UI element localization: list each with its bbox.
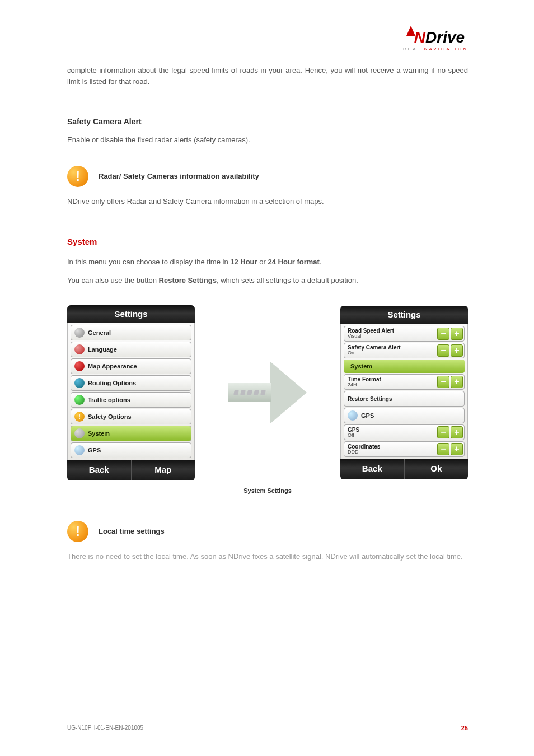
setting-label: GPS (348, 427, 437, 433)
setting-road-speed[interactable]: Road Speed AlertVisual −+ (344, 326, 465, 342)
menu-traffic[interactable]: Traffic options (71, 392, 191, 408)
map-button[interactable]: Map (132, 460, 195, 480)
traffic-icon (74, 395, 85, 405)
logo-text: NDrive (403, 26, 468, 46)
logo-n: N (414, 29, 425, 46)
setting-value: On (348, 351, 437, 356)
menu-general[interactable]: General (71, 325, 191, 340)
callout-localtime-text: There is no need to set the local time. … (67, 551, 468, 562)
gps-icon (74, 445, 85, 455)
setting-label: Restore Settings (348, 396, 463, 402)
menu-label: Routing Options (88, 379, 136, 388)
minus-button[interactable]: − (437, 328, 449, 340)
menu-label: General (88, 328, 111, 338)
minus-button[interactable]: − (437, 344, 449, 357)
menu-system-selected[interactable]: System (71, 426, 191, 441)
callout-radar-title: Radar/ Safety Cameras information availa… (99, 171, 259, 182)
route-icon (74, 378, 85, 388)
minus-button[interactable]: − (437, 443, 449, 455)
logo-rest: Drive (425, 29, 465, 46)
setting-value: Off (348, 433, 437, 438)
alert-icon: ! (67, 166, 88, 187)
brand-logo: NDrive REAL NAVIGATION (403, 26, 468, 52)
menu-label: Safety Options (88, 412, 132, 422)
menu-safety[interactable]: !Safety Options (71, 409, 191, 424)
minus-button[interactable]: − (437, 426, 449, 438)
map-icon (74, 361, 85, 371)
group-gps: GPS (344, 408, 465, 423)
system-line2: You can also use the button Restore Sett… (67, 275, 468, 286)
flag-icon (74, 344, 85, 354)
arrow-triangle-icon (270, 361, 307, 424)
alert-icon: ! (67, 521, 88, 542)
screen-title: Settings (67, 305, 195, 324)
menu-label: GPS (88, 446, 101, 455)
plus-button[interactable]: + (451, 376, 463, 388)
safety-icon: ! (74, 412, 85, 422)
safety-camera-text: Enable or disable the fixed radar alerts… (67, 134, 468, 146)
screen-title: Settings (340, 306, 468, 324)
setting-value: 24H (348, 382, 437, 388)
menu-label: Language (88, 345, 117, 354)
button-bar: Back Ok (340, 459, 468, 479)
screenshot-caption: System Settings (67, 486, 468, 496)
heading-system: System (67, 236, 468, 249)
callout-radar-text: NDrive only offers Radar and Safety Came… (67, 196, 468, 207)
menu-map-appearance[interactable]: Map Appearance (71, 358, 191, 374)
back-button[interactable]: Back (340, 459, 405, 479)
arrow-graphic (195, 361, 340, 424)
arrow-dots-icon (234, 390, 265, 395)
back-button[interactable]: Back (67, 460, 132, 480)
setting-value: DDD (348, 450, 437, 455)
screenshot-left: Settings General Language Map Appearance… (67, 305, 195, 480)
setting-label: Safety Camera Alert (348, 344, 437, 351)
screenshot-right: Settings Road Speed AlertVisual −+ Safet… (340, 306, 468, 479)
menu-language[interactable]: Language (71, 342, 191, 357)
setting-time-format[interactable]: Time Format24H −+ (344, 374, 465, 390)
heading-safety-camera: Safety Camera Alert (67, 116, 468, 128)
gps-icon (348, 410, 358, 421)
menu-label: Map Appearance (88, 362, 137, 371)
ok-button[interactable]: Ok (405, 459, 469, 479)
group-label: System (350, 362, 372, 371)
setting-gps[interactable]: GPSOff −+ (344, 424, 465, 440)
doc-id: UG-N10PH-01-EN-EN-201005 (67, 725, 143, 731)
menu-label: Traffic options (88, 395, 130, 405)
plus-button[interactable]: + (451, 426, 463, 438)
logo-subtitle: REAL NAVIGATION (403, 46, 468, 52)
system-line1: In this menu you can choose to display t… (67, 256, 468, 268)
menu-label: System (88, 429, 110, 438)
plus-button[interactable]: + (451, 344, 463, 357)
minus-button[interactable]: − (437, 376, 449, 388)
gear-icon (74, 328, 85, 338)
intro-paragraph: complete information about the legal spe… (67, 65, 468, 87)
page-number: 25 (461, 725, 468, 731)
callout-localtime: ! Local time settings (67, 521, 468, 542)
plus-button[interactable]: + (451, 328, 463, 340)
group-system: System (344, 360, 465, 374)
setting-value: Visual (348, 334, 437, 339)
callout-localtime-title: Local time settings (99, 526, 165, 537)
plus-button[interactable]: + (451, 443, 463, 455)
menu-routing[interactable]: Routing Options (71, 375, 191, 391)
setting-safety-camera[interactable]: Safety Camera AlertOn −+ (344, 343, 465, 358)
setting-label: Coordinates (348, 444, 437, 450)
system-icon (74, 428, 85, 438)
setting-restore[interactable]: Restore Settings (344, 391, 465, 407)
button-bar: Back Map (67, 460, 195, 480)
screenshots-row: Settings General Language Map Appearance… (67, 305, 468, 480)
menu-gps[interactable]: GPS (71, 442, 191, 458)
callout-radar: ! Radar/ Safety Cameras information avai… (67, 166, 468, 187)
group-label: GPS (361, 411, 374, 421)
setting-label: Road Speed Alert (348, 328, 437, 334)
page-footer: UG-N10PH-01-EN-EN-201005 25 (67, 725, 468, 731)
setting-label: Time Format (348, 376, 437, 382)
setting-coordinates[interactable]: CoordinatesDDD −+ (344, 441, 465, 457)
